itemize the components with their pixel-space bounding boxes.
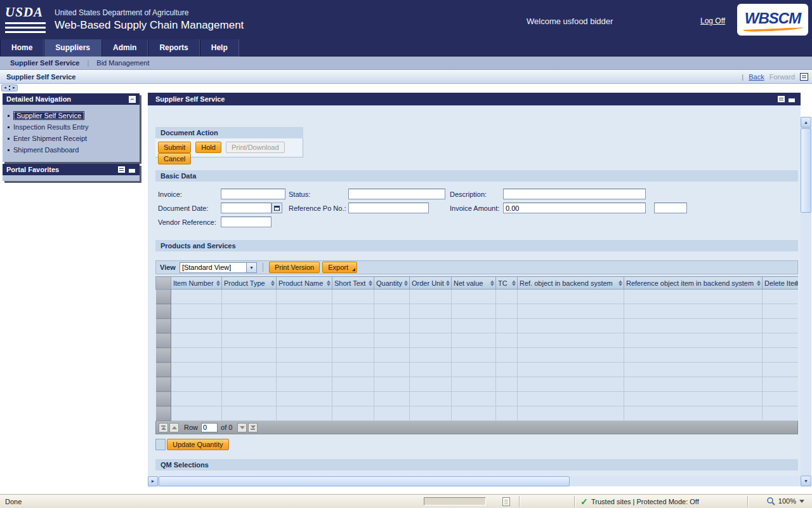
table-cell	[452, 363, 496, 377]
horizontal-scrollbar[interactable]	[148, 476, 801, 486]
app-title: Web-Based Supply Chain Management	[55, 19, 244, 32]
row-selector-cell[interactable]	[156, 348, 171, 363]
document-action-header: Document Action	[155, 127, 303, 138]
forward-link[interactable]: Forward	[769, 73, 795, 81]
tab-admin[interactable]: Admin	[102, 39, 148, 57]
col-ref-object-backend[interactable]: Ref. object in backend system	[518, 277, 624, 290]
security-zone-text: Trusted sites | Protected Mode: Off	[591, 498, 699, 505]
date-picker-button[interactable]	[272, 203, 282, 213]
next-page-button[interactable]	[237, 423, 247, 432]
zoom-control[interactable]: 100%	[766, 497, 804, 505]
scroll-up-icon[interactable]	[801, 117, 811, 128]
hold-button[interactable]: Hold	[195, 142, 221, 153]
row-selector-cell[interactable]	[156, 406, 171, 421]
table-cell	[171, 319, 222, 333]
table-cell	[496, 290, 518, 304]
table-cell	[222, 304, 277, 319]
sidebar-item-enter-shipment-receipt[interactable]: Enter Shipment Receipt	[8, 133, 136, 144]
toggle-button[interactable]	[155, 439, 166, 450]
col-net-value[interactable]: Net value	[452, 277, 496, 290]
row-selector-cell[interactable]	[156, 290, 171, 304]
table-cell	[624, 392, 763, 406]
table-row	[156, 363, 799, 377]
cancel-button[interactable]: Cancel	[158, 153, 191, 164]
page-options-icon[interactable]	[800, 73, 808, 81]
view-select[interactable]: [Standard View]	[180, 262, 247, 273]
export-button[interactable]: Export	[322, 262, 357, 273]
invoice-amount-input[interactable]	[503, 203, 646, 213]
table-cell	[624, 319, 763, 333]
subnav-bid-management[interactable]: Bid Management	[96, 59, 149, 67]
row-selector-cell[interactable]	[156, 333, 171, 348]
horizontal-scroll-thumb[interactable]	[159, 476, 570, 486]
col-product-name[interactable]: Product Name	[277, 277, 332, 290]
sidebar-item-shipment-dashboard[interactable]: Shipment Dashboard	[8, 144, 136, 156]
row-number-input[interactable]	[201, 423, 218, 432]
scroll-down-icon[interactable]	[801, 476, 811, 486]
pane-splitter-control[interactable]: ◄ ►	[1, 84, 18, 91]
view-dropdown-arrow-icon[interactable]	[247, 262, 257, 273]
col-order-unit[interactable]: Order Unit	[410, 277, 452, 290]
previous-page-button[interactable]	[169, 423, 179, 432]
sort-icon	[369, 280, 372, 286]
zoom-value: 100%	[778, 497, 796, 505]
collapse-panel-icon[interactable]	[129, 96, 136, 103]
document-action-body: Submit Hold Print/Download Cancel	[155, 138, 303, 157]
description-input[interactable]	[503, 189, 646, 199]
tab-home[interactable]: Home	[0, 39, 44, 57]
col-item-number[interactable]: Item Number	[171, 277, 222, 290]
col-tc[interactable]: TC	[496, 277, 518, 290]
zoom-dropdown-icon[interactable]	[799, 500, 804, 503]
splitter-handle-icon[interactable]	[9, 86, 11, 90]
sidebar-item-supplier-self-service[interactable]: Supplier Self Service	[8, 110, 136, 121]
row-selector-cell[interactable]	[156, 304, 171, 319]
table-row	[156, 333, 799, 348]
print-version-button[interactable]: Print Version	[269, 262, 320, 273]
invoice-input[interactable]	[221, 189, 285, 199]
currency-input[interactable]	[654, 203, 687, 213]
portal-favorites-title: Portal Favorites	[6, 164, 117, 175]
status-input[interactable]	[348, 189, 445, 199]
first-page-button[interactable]	[159, 423, 168, 432]
vendor-reference-input[interactable]	[221, 217, 272, 227]
table-cell	[332, 363, 374, 377]
status-separator	[747, 496, 748, 507]
vertical-scroll-thumb[interactable]	[801, 128, 811, 213]
col-ref-object-item-backend[interactable]: Reference object item in backend system	[624, 277, 763, 290]
vertical-scrollbar[interactable]	[801, 117, 811, 486]
select-all-header[interactable]	[156, 277, 171, 290]
col-delete-item[interactable]: Delete Item	[763, 277, 799, 290]
splitter-right-icon[interactable]: ►	[12, 85, 16, 91]
content-window-icon[interactable]	[788, 96, 796, 103]
scroll-right-icon[interactable]	[148, 476, 158, 486]
splitter-left-icon[interactable]: ◄	[3, 85, 7, 91]
document-date-input[interactable]	[221, 203, 272, 213]
basic-data-header: Basic Data	[155, 170, 798, 182]
log-off-link[interactable]: Log Off	[700, 17, 725, 25]
update-quantity-button[interactable]: Update Quantity	[167, 439, 229, 450]
row-selector-cell[interactable]	[156, 319, 171, 333]
sort-icon	[512, 280, 516, 286]
row-selector-cell[interactable]	[156, 377, 171, 392]
content-options-icon[interactable]	[777, 95, 785, 103]
row-selector-cell[interactable]	[156, 363, 171, 377]
table-cell	[763, 392, 799, 406]
back-link[interactable]: Back	[749, 73, 764, 81]
tab-reports[interactable]: Reports	[148, 39, 199, 57]
row-of-label: of 0	[221, 424, 232, 431]
col-quantity[interactable]: Quantity	[374, 277, 410, 290]
col-product-type[interactable]: Product Type	[222, 277, 277, 290]
last-page-button[interactable]	[248, 423, 258, 432]
col-short-text[interactable]: Short Text	[332, 277, 374, 290]
document-date-label: Document Date:	[158, 204, 208, 212]
print-download-button[interactable]: Print/Download	[226, 142, 285, 153]
subnav-supplier-self-service[interactable]: Supplier Self Service	[10, 59, 79, 67]
sidebar-item-inspection-results-entry[interactable]: Inspection Results Entry	[8, 121, 136, 133]
submit-button[interactable]: Submit	[158, 142, 191, 153]
favorites-list-icon[interactable]	[117, 166, 126, 173]
favorites-window-icon[interactable]	[128, 166, 136, 173]
tab-suppliers[interactable]: Suppliers	[44, 39, 102, 57]
tab-help[interactable]: Help	[200, 39, 239, 57]
row-selector-cell[interactable]	[156, 392, 171, 406]
reference-po-input[interactable]	[348, 203, 429, 213]
